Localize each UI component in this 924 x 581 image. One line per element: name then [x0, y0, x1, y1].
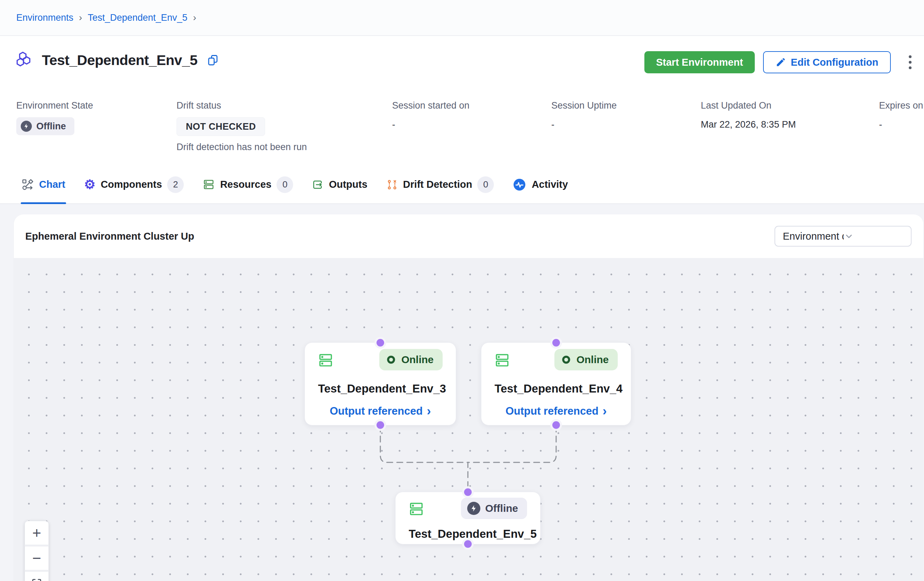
tab-bar: Chart ⚙ Components 2 Resources 0 Outputs: [0, 166, 924, 204]
node-status-badge: Online: [379, 349, 442, 370]
page-header: Test_Dependent_Env_5 Start Environment E…: [0, 36, 924, 166]
node-status-badge: Offline: [461, 498, 527, 519]
chevron-down-icon: [844, 231, 904, 241]
stat-drift-status: Drift status NOT CHECKED Drift detection…: [177, 100, 307, 153]
env-node-test-dependent-env-4[interactable]: Online Test_Dependent_Env_4 Output refer…: [481, 342, 631, 425]
zoom-out-button[interactable]: −: [25, 546, 49, 570]
drift-detection-icon: [386, 179, 398, 191]
components-count-badge: 2: [167, 176, 184, 193]
copy-icon[interactable]: [206, 54, 219, 66]
online-ring-icon: [386, 354, 397, 365]
node-title: Test_Dependent_Env_3: [318, 382, 442, 395]
fit-view-button[interactable]: [25, 571, 49, 581]
fit-view-icon: [31, 578, 43, 581]
server-stack-icon: [409, 502, 424, 517]
edit-configuration-button[interactable]: Edit Configuration: [763, 51, 891, 73]
tab-resources[interactable]: Resources 0: [203, 166, 293, 203]
server-stack-icon: [495, 353, 510, 368]
stat-environment-state: Environment State Offline: [16, 100, 93, 135]
resources-stack-icon: [203, 178, 215, 191]
stat-session-uptime: Session Uptime -: [551, 100, 617, 130]
zoom-in-button[interactable]: +: [25, 521, 49, 545]
node-title: Test_Dependent_Env_5: [409, 527, 527, 540]
breadcrumb-current-env[interactable]: Test_Dependent_Env_5: [87, 12, 187, 23]
kebab-menu-icon[interactable]: [905, 53, 915, 72]
resources-count-badge: 0: [277, 176, 293, 193]
chart-panel-header: Ephemeral Environment Cluster Up Environ…: [14, 214, 923, 258]
node-handle-bottom[interactable]: [464, 540, 472, 548]
workflow-icon: [21, 178, 34, 191]
env-node-test-dependent-env-3[interactable]: Online Test_Dependent_Env_3 Output refer…: [305, 342, 456, 425]
breadcrumb-separator: ›: [79, 12, 82, 23]
page-title: Test_Dependent_Env_5: [42, 52, 198, 69]
hexagon-cluster-icon: [16, 51, 34, 69]
outputs-export-icon: [312, 179, 323, 191]
drift-count-badge: 0: [477, 176, 494, 193]
env-node-test-dependent-env-5[interactable]: Offline Test_Dependent_Env_5: [395, 492, 541, 544]
environment-state-badge: Offline: [16, 117, 74, 135]
tab-drift-detection[interactable]: Drift Detection 0: [386, 166, 494, 203]
output-referenced-link[interactable]: Output referenced ›: [495, 405, 618, 417]
chart-title: Ephemeral Environment Cluster Up: [25, 230, 194, 242]
node-status-badge: Online: [554, 349, 618, 370]
chevron-right-icon: ›: [602, 407, 607, 416]
tab-activity[interactable]: Activity: [513, 166, 568, 203]
node-handle-top[interactable]: [464, 488, 472, 496]
pencil-icon: [776, 57, 786, 67]
stat-session-started: Session started on -: [392, 100, 470, 130]
activity-icon: [513, 178, 526, 192]
stat-last-updated: Last Updated On Mar 22, 2026, 8:35 PM: [701, 100, 796, 130]
online-ring-icon: [561, 354, 572, 365]
tab-chart[interactable]: Chart: [21, 166, 65, 203]
chart-panel: Ephemeral Environment Cluster Up Environ…: [14, 214, 923, 581]
breadcrumb-separator: ›: [193, 12, 196, 23]
breadcrumb-bar: Environments › Test_Dependent_Env_5 ›: [0, 0, 924, 36]
graph-canvas[interactable]: Online Test_Dependent_Env_3 Output refer…: [14, 258, 923, 581]
node-handle-top[interactable]: [376, 339, 384, 347]
node-handle-bottom[interactable]: [552, 421, 560, 429]
chevron-right-icon: ›: [427, 407, 431, 416]
output-referenced-link[interactable]: Output referenced ›: [318, 405, 442, 417]
node-handle-top[interactable]: [552, 339, 560, 347]
drift-status-note: Drift detection has not been run: [177, 142, 307, 153]
breadcrumb-environments[interactable]: Environments: [16, 12, 73, 23]
tab-components[interactable]: ⚙ Components 2: [84, 166, 184, 203]
breadcrumb: Environments › Test_Dependent_Env_5 ›: [16, 12, 196, 23]
offline-bolt-icon: [467, 502, 480, 515]
start-environment-button[interactable]: Start Environment: [644, 51, 755, 73]
canvas-controls: + −: [25, 521, 49, 581]
node-title: Test_Dependent_Env_4: [495, 382, 618, 395]
view-selector-dropdown[interactable]: Environment depende...: [774, 226, 912, 247]
tab-outputs[interactable]: Outputs: [312, 166, 367, 203]
server-stack-icon: [318, 353, 333, 368]
stat-expires-on: Expires on -: [879, 100, 923, 130]
drift-status-badge: NOT CHECKED: [177, 117, 265, 136]
node-handle-bottom[interactable]: [376, 421, 384, 429]
offline-bolt-icon: [21, 121, 32, 132]
gear-icon: ⚙: [84, 178, 96, 191]
